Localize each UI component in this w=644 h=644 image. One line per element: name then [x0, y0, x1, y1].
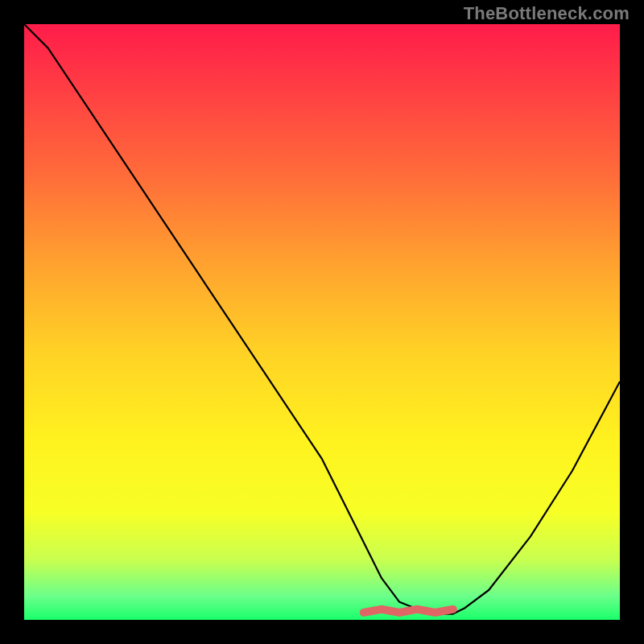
flat-minimum-highlight — [364, 609, 453, 613]
gradient-plot-area — [24, 24, 620, 620]
watermark-text: TheBottleneck.com — [464, 3, 630, 24]
curve-layer — [24, 24, 620, 620]
chart-frame: TheBottleneck.com — [0, 0, 644, 644]
bottleneck-curve — [24, 24, 620, 614]
